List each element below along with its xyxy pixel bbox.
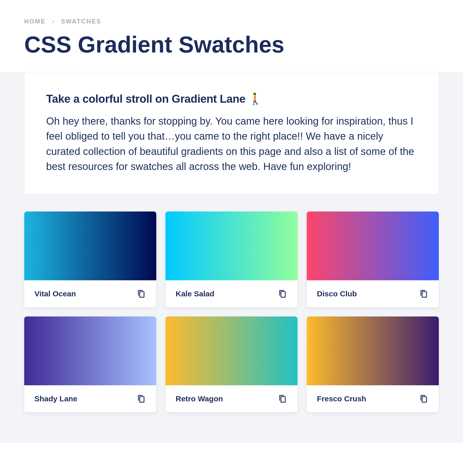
svg-rect-3 bbox=[140, 396, 144, 402]
breadcrumb: HOME › SWATCHES bbox=[24, 18, 439, 25]
copy-icon bbox=[279, 394, 286, 403]
copy-icon bbox=[420, 289, 428, 298]
intro-body: Oh hey there, thanks for stopping by. Yo… bbox=[46, 114, 417, 174]
swatch-preview[interactable] bbox=[165, 316, 298, 385]
svg-rect-1 bbox=[281, 292, 285, 297]
copy-button[interactable] bbox=[278, 393, 287, 404]
swatch-grid: Vital OceanKale SaladDisco ClubShady Lan… bbox=[24, 211, 439, 412]
swatch-preview[interactable] bbox=[165, 211, 298, 280]
swatch-preview[interactable] bbox=[307, 211, 439, 280]
page-title: CSS Gradient Swatches bbox=[24, 33, 439, 57]
swatch-card: Retro Wagon bbox=[165, 316, 298, 412]
svg-rect-4 bbox=[281, 396, 285, 402]
breadcrumb-home-link[interactable]: HOME bbox=[24, 18, 46, 25]
breadcrumb-current: SWATCHES bbox=[61, 18, 101, 25]
svg-rect-0 bbox=[140, 292, 144, 297]
swatch-footer: Disco Club bbox=[307, 280, 439, 307]
copy-button[interactable] bbox=[136, 288, 146, 299]
swatch-name: Disco Club bbox=[317, 289, 357, 298]
swatch-name: Fresco Crush bbox=[317, 394, 366, 403]
swatch-preview[interactable] bbox=[24, 211, 156, 280]
copy-button[interactable] bbox=[419, 288, 429, 299]
copy-button[interactable] bbox=[419, 393, 429, 404]
swatch-card: Vital Ocean bbox=[24, 211, 156, 307]
copy-icon bbox=[137, 289, 145, 298]
swatch-name: Kale Salad bbox=[176, 289, 214, 298]
swatch-name: Vital Ocean bbox=[34, 289, 76, 298]
intro-card: Take a colorful stroll on Gradient Lane … bbox=[24, 72, 439, 194]
copy-icon bbox=[279, 289, 286, 298]
swatch-name: Shady Lane bbox=[34, 394, 77, 403]
swatch-card: Shady Lane bbox=[24, 316, 156, 412]
swatch-name: Retro Wagon bbox=[176, 394, 223, 403]
copy-button[interactable] bbox=[136, 393, 146, 404]
content-section: Take a colorful stroll on Gradient Lane … bbox=[0, 72, 463, 443]
swatch-card: Fresco Crush bbox=[307, 316, 439, 412]
copy-button[interactable] bbox=[278, 288, 287, 299]
svg-rect-2 bbox=[422, 292, 427, 297]
swatch-footer: Retro Wagon bbox=[165, 385, 298, 412]
copy-icon bbox=[420, 394, 428, 403]
svg-rect-5 bbox=[422, 396, 427, 402]
swatch-footer: Kale Salad bbox=[165, 280, 298, 307]
swatch-preview[interactable] bbox=[24, 316, 156, 385]
copy-icon bbox=[137, 394, 145, 403]
swatch-footer: Shady Lane bbox=[24, 385, 156, 412]
swatch-card: Kale Salad bbox=[165, 211, 298, 307]
swatch-footer: Fresco Crush bbox=[307, 385, 439, 412]
intro-heading: Take a colorful stroll on Gradient Lane … bbox=[46, 92, 417, 105]
breadcrumb-separator: › bbox=[52, 18, 54, 25]
swatch-card: Disco Club bbox=[307, 211, 439, 307]
swatch-preview[interactable] bbox=[307, 316, 439, 385]
swatch-footer: Vital Ocean bbox=[24, 280, 156, 307]
